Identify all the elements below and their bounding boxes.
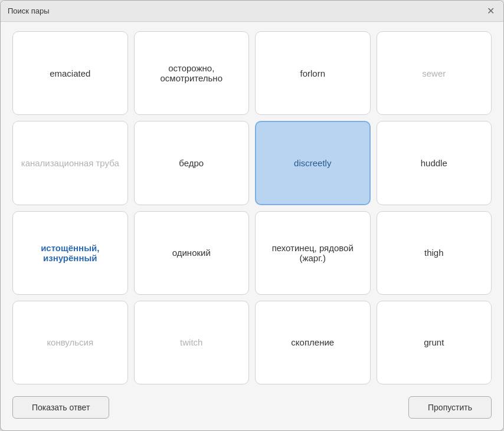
title-bar: Поиск пары ✕: [1, 1, 503, 22]
card-c16[interactable]: grunt: [377, 301, 492, 384]
close-button[interactable]: ✕: [485, 5, 496, 17]
card-c3[interactable]: forlorn: [255, 31, 371, 115]
card-c13[interactable]: конвульсия: [12, 301, 128, 384]
main-window: Поиск пары ✕ emaciatedосторожно, осмотри…: [0, 0, 504, 431]
window-title: Поиск пары: [8, 6, 49, 15]
card-c12[interactable]: thigh: [377, 211, 492, 295]
content-area: emaciatedосторожно, осмотрительноforlorn…: [1, 22, 503, 430]
card-c7[interactable]: discreetly: [255, 121, 371, 205]
skip-button[interactable]: Пропустить: [408, 396, 492, 419]
card-c10[interactable]: одинокий: [134, 211, 250, 295]
card-grid: emaciatedосторожно, осмотрительноforlorn…: [12, 31, 492, 384]
card-c4[interactable]: sewer: [377, 31, 492, 115]
card-c2[interactable]: осторожно, осмотрительно: [134, 31, 250, 115]
card-c6[interactable]: бедро: [134, 121, 250, 205]
card-c15[interactable]: скопление: [255, 301, 371, 384]
card-c5[interactable]: канализационная труба: [12, 121, 128, 205]
card-c14[interactable]: twitch: [134, 301, 250, 384]
show-answer-button[interactable]: Показать ответ: [12, 396, 109, 419]
card-c8[interactable]: huddle: [377, 121, 492, 205]
card-c9[interactable]: истощённый, изнурённый: [12, 211, 128, 295]
card-c1[interactable]: emaciated: [12, 31, 128, 115]
footer: Показать ответ Пропустить: [12, 391, 492, 421]
card-c11[interactable]: пехотинец, рядовой (жарг.): [255, 211, 371, 295]
